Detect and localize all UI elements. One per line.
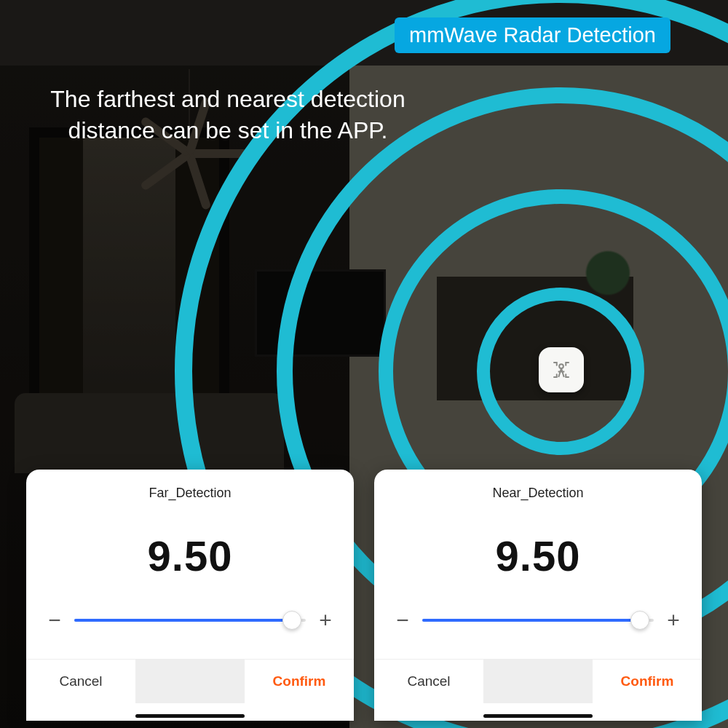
minus-button[interactable]: − xyxy=(45,609,64,631)
minus-button[interactable]: − xyxy=(393,609,412,631)
headline-text: The farthest and nearest detection dista… xyxy=(28,84,428,146)
plus-button[interactable]: + xyxy=(316,609,335,631)
confirm-button[interactable]: Confirm xyxy=(593,660,702,703)
home-indicator[interactable] xyxy=(135,714,245,718)
presence-sensor-icon xyxy=(550,359,572,381)
detection-cards: Far_Detection 9.50 − + Cancel Confirm Ne… xyxy=(26,470,702,721)
card-actions: Cancel Confirm xyxy=(26,660,354,703)
home-indicator[interactable] xyxy=(483,714,593,718)
actions-separator xyxy=(483,660,593,703)
card-title: Near_Detection xyxy=(374,486,702,501)
near-detection-card: Near_Detection 9.50 − + Cancel Confirm xyxy=(374,470,702,721)
title-badge: mmWave Radar Detection xyxy=(395,17,670,53)
slider-row: − + xyxy=(374,609,702,631)
actions-separator xyxy=(135,660,245,703)
slider-track[interactable] xyxy=(422,619,654,622)
slider-thumb[interactable] xyxy=(630,611,649,630)
card-actions: Cancel Confirm xyxy=(374,660,702,703)
cancel-button[interactable]: Cancel xyxy=(26,660,135,703)
card-value: 9.50 xyxy=(374,531,702,580)
slider-fill xyxy=(422,619,640,622)
slider-row: − + xyxy=(26,609,354,631)
card-title: Far_Detection xyxy=(26,486,354,501)
cancel-button[interactable]: Cancel xyxy=(374,660,483,703)
far-detection-card: Far_Detection 9.50 − + Cancel Confirm xyxy=(26,470,354,721)
slider-thumb[interactable] xyxy=(282,611,301,630)
plus-button[interactable]: + xyxy=(664,609,683,631)
confirm-button[interactable]: Confirm xyxy=(245,660,354,703)
slider-track[interactable] xyxy=(74,619,306,622)
presence-sensor-device xyxy=(539,347,584,392)
slider-fill xyxy=(74,619,292,622)
svg-point-0 xyxy=(559,364,563,368)
card-value: 9.50 xyxy=(26,531,354,580)
